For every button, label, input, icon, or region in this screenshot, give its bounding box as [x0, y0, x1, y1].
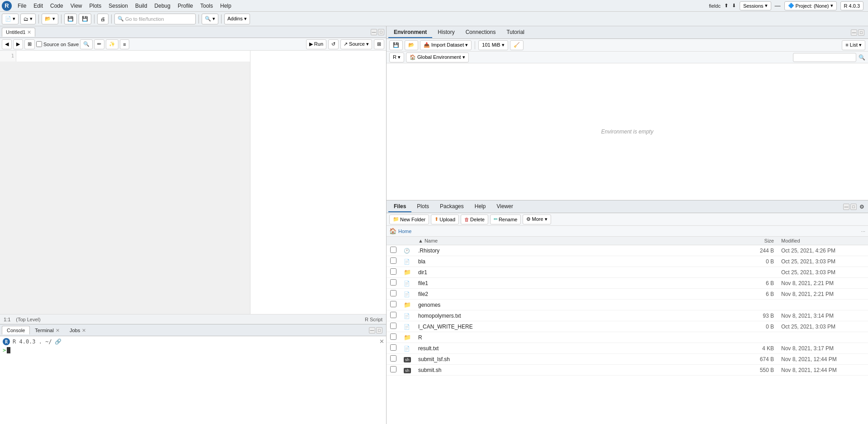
file-checkbox-cell[interactable] — [387, 300, 400, 310]
new-project-button[interactable]: 🗂▾ — [20, 14, 36, 24]
files-tab-help[interactable]: Help — [469, 201, 491, 212]
file-checkbox-cell[interactable] — [387, 343, 400, 354]
upload-btn[interactable]: ⬆ Upload — [431, 214, 459, 224]
file-checkbox[interactable] — [390, 344, 396, 351]
memory-btn[interactable]: 101 MiB ▾ — [478, 40, 508, 50]
table-row[interactable]: 📄 file1 6 B Nov 8, 2021, 2:21 PM — [387, 278, 868, 289]
menu-debug[interactable]: Debug — [151, 2, 174, 10]
file-checkbox[interactable] — [390, 257, 396, 264]
delete-btn[interactable]: 🗑 Delete — [461, 214, 488, 224]
menu-build[interactable]: Build — [132, 2, 151, 10]
minimize-icon[interactable]: — — [775, 2, 781, 9]
addins-button[interactable]: Addins ▾ — [224, 14, 250, 24]
file-checkbox-cell[interactable] — [387, 245, 400, 256]
files-tab-files[interactable]: Files — [388, 201, 411, 212]
table-row[interactable]: 📁 R — [387, 332, 868, 343]
file-name-cell[interactable]: dir1 — [415, 267, 741, 278]
goto-button[interactable]: 🔍 Go to file/function — [114, 14, 196, 24]
file-name-cell[interactable]: homopolymers.txt — [415, 310, 741, 321]
load-env-btn[interactable]: 📂 — [405, 40, 418, 50]
file-name-cell[interactable]: .Rhistory — [415, 245, 741, 256]
jobs-tab-close[interactable]: ✕ — [82, 328, 86, 333]
console-tab-console[interactable]: Console — [2, 326, 30, 334]
file-checkbox[interactable] — [390, 290, 396, 296]
files-minimize-btn[interactable]: — — [843, 204, 849, 210]
file-name-cell[interactable]: I_CAN_WRITE_HERE — [415, 321, 741, 332]
editor-forward-btn[interactable]: ▶ — [13, 39, 23, 49]
run-button[interactable]: ▶ Run — [306, 39, 326, 49]
menu-profile[interactable]: Profile — [175, 2, 196, 10]
menu-help[interactable]: Help — [217, 2, 235, 10]
file-checkbox-cell[interactable] — [387, 321, 400, 332]
editor-settings-btn[interactable]: ✏ — [94, 39, 104, 49]
open-file-button[interactable]: 📂▾ — [42, 14, 58, 24]
source-on-save-checkbox[interactable] — [36, 41, 42, 47]
top-level-indicator[interactable]: (Top Level) — [16, 317, 40, 322]
save-env-btn[interactable]: 💾 — [389, 40, 403, 50]
editor-show-in-window-btn[interactable]: ⊞ — [24, 39, 35, 49]
console-body[interactable]: R R 4.0.3 . ~/ 🔗 > ✕ — [0, 336, 386, 424]
file-checkbox[interactable] — [390, 301, 396, 307]
clear-console-btn[interactable]: ✕ — [379, 338, 384, 345]
file-checkbox[interactable] — [390, 333, 396, 340]
table-row[interactable]: 📁 genomes — [387, 300, 868, 310]
table-row[interactable]: 📄 file2 6 B Nov 8, 2021, 2:21 PM — [387, 289, 868, 300]
file-checkbox-cell[interactable] — [387, 310, 400, 321]
menu-session[interactable]: Session — [105, 2, 131, 10]
file-checkbox-cell[interactable] — [387, 354, 400, 365]
table-row[interactable]: sh submit_lsf.sh 674 B Nov 8, 2021, 12:4… — [387, 354, 868, 365]
editor-back-btn[interactable]: ◀ — [2, 39, 12, 49]
table-row[interactable]: sh submit.sh 550 B Nov 8, 2021, 12:44 PM — [387, 365, 868, 376]
script-type[interactable]: R Script — [365, 317, 382, 322]
menu-code[interactable]: Code — [47, 2, 66, 10]
files-col-modified[interactable]: Modified — [778, 237, 868, 245]
editor-maximize-btn[interactable]: □ — [378, 29, 384, 35]
file-checkbox-cell[interactable] — [387, 278, 400, 289]
files-tab-packages[interactable]: Packages — [434, 201, 469, 212]
editor-content[interactable] — [16, 51, 250, 62]
menu-edit[interactable]: Edit — [30, 2, 46, 10]
env-tab-tutorial[interactable]: Tutorial — [501, 27, 530, 38]
editor-minimize-btn[interactable]: — — [371, 29, 377, 35]
file-checkbox[interactable] — [390, 279, 396, 286]
file-checkbox-cell[interactable] — [387, 256, 400, 267]
file-checkbox[interactable] — [390, 355, 396, 362]
menu-plots[interactable]: Plots — [86, 2, 105, 10]
rename-btn[interactable]: ✏ Rename — [490, 214, 521, 224]
find-replace-btn[interactable]: 🔍 — [80, 39, 93, 49]
env-list-btn[interactable]: ≡ List ▾ — [842, 40, 865, 50]
file-checkbox[interactable] — [390, 247, 396, 253]
terminal-tab-close[interactable]: ✕ — [56, 328, 60, 333]
source-button[interactable]: ↗ Source ▾ — [340, 39, 372, 49]
home-path[interactable]: Home — [398, 229, 411, 234]
file-name-cell[interactable]: result.txt — [415, 343, 741, 354]
menu-view[interactable]: View — [67, 2, 85, 10]
editor-doc-outline-btn[interactable]: ≡ — [120, 39, 129, 49]
env-maximize-btn[interactable]: □ — [858, 29, 864, 36]
env-tab-connections[interactable]: Connections — [460, 27, 501, 38]
file-name-cell[interactable]: file1 — [415, 278, 741, 289]
files-col-size[interactable]: Size — [741, 237, 778, 245]
table-row[interactable]: 📄 result.txt 4 KB Nov 8, 2021, 3:17 PM — [387, 343, 868, 354]
file-checkbox-cell[interactable] — [387, 365, 400, 376]
source-on-save-label[interactable]: Source on Save — [43, 42, 79, 47]
file-checkbox[interactable] — [390, 323, 396, 329]
r-version-button[interactable]: R 4.0.3 — [840, 1, 863, 10]
print-button[interactable]: 🖨 — [97, 14, 108, 24]
find-in-files-button[interactable]: 🔍▾ — [202, 14, 218, 24]
files-col-name[interactable]: ▲ Name — [415, 237, 741, 245]
sessions-button[interactable]: Sessions ▾ — [740, 1, 771, 10]
menu-tools[interactable]: Tools — [197, 2, 216, 10]
save-button[interactable]: 💾 — [64, 14, 77, 24]
file-name-cell[interactable]: genomes — [415, 300, 741, 310]
new-file-button[interactable]: 📄▾ — [2, 14, 19, 24]
console-minimize-btn[interactable]: — — [369, 327, 375, 333]
table-row[interactable]: 📄 I_CAN_WRITE_HERE 0 B Oct 25, 2021, 3:0… — [387, 321, 868, 332]
table-row[interactable]: 📄 homopolymers.txt 93 B Nov 8, 2021, 3:1… — [387, 310, 868, 321]
console-maximize-btn[interactable]: □ — [376, 327, 382, 333]
file-checkbox[interactable] — [390, 312, 396, 318]
file-checkbox-cell[interactable] — [387, 267, 400, 278]
console-tab-terminal[interactable]: Terminal ✕ — [30, 326, 65, 335]
save-all-button[interactable]: 💾 — [79, 14, 91, 24]
env-search-input[interactable] — [793, 53, 856, 62]
